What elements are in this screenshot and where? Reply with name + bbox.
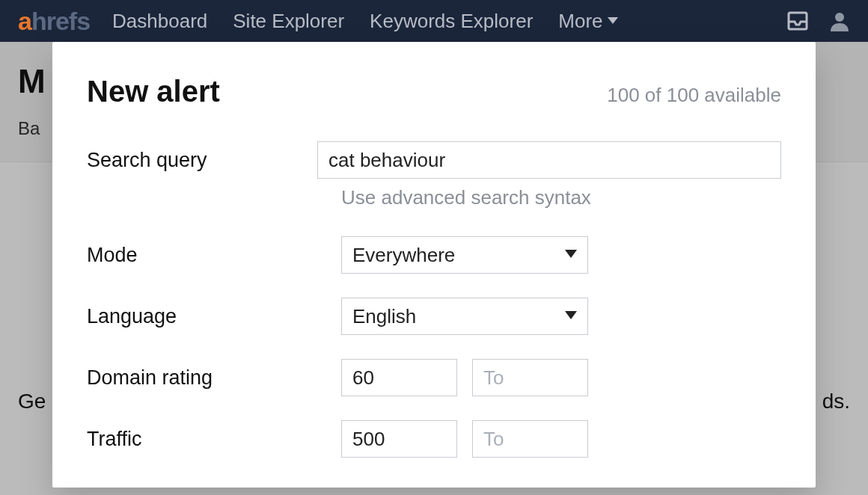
nav-dashboard[interactable]: Dashboard (112, 10, 207, 33)
row-search-query: Search query (87, 141, 781, 179)
nav-site-explorer[interactable]: Site Explorer (233, 10, 344, 33)
ahrefs-logo: ahrefs (18, 8, 90, 34)
svg-marker-3 (565, 250, 577, 258)
inbox-icon[interactable] (787, 11, 808, 31)
mode-select[interactable]: Everywhere (341, 236, 588, 274)
row-domain-rating: Domain rating (87, 359, 781, 396)
nav-more[interactable]: More (558, 10, 617, 33)
row-language: Language English (87, 298, 781, 335)
search-query-hint-link[interactable]: Use advanced search syntax (341, 186, 591, 209)
svg-point-2 (835, 13, 844, 22)
row-mode: Mode Everywhere (87, 236, 781, 274)
label-mode: Mode (87, 244, 341, 267)
modal-title: New alert (87, 75, 220, 108)
domain-rating-to-input[interactable] (472, 359, 588, 396)
nav-keywords-explorer[interactable]: Keywords Explorer (370, 10, 533, 33)
mode-select-value: Everywhere (352, 244, 455, 267)
user-icon[interactable] (829, 10, 850, 31)
language-select[interactable]: English (341, 298, 588, 335)
top-navbar: ahrefs Dashboard Site Explorer Keywords … (0, 0, 868, 42)
search-query-input[interactable] (317, 141, 781, 179)
nav-more-label: More (558, 10, 602, 33)
chevron-down-icon (565, 248, 577, 262)
traffic-to-input[interactable] (472, 420, 588, 458)
chevron-down-icon (608, 15, 618, 27)
alerts-available: 100 of 100 available (607, 84, 781, 107)
chevron-down-icon (565, 310, 577, 323)
label-traffic: Traffic (87, 428, 341, 451)
label-search-query: Search query (87, 149, 317, 172)
new-alert-modal: New alert 100 of 100 available Search qu… (52, 42, 816, 488)
row-traffic: Traffic (87, 420, 781, 458)
label-domain-rating: Domain rating (87, 366, 341, 390)
language-select-value: English (352, 305, 416, 328)
domain-rating-from-input[interactable] (341, 359, 457, 396)
svg-marker-0 (608, 17, 618, 24)
svg-marker-4 (565, 311, 577, 319)
label-language: Language (87, 305, 341, 328)
traffic-from-input[interactable] (341, 420, 457, 458)
